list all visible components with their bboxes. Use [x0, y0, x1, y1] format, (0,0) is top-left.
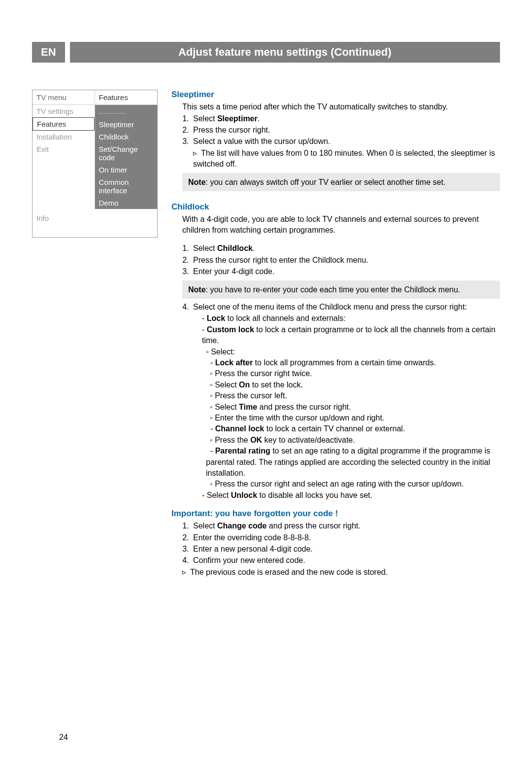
page-title: Adjust feature menu settings (Continued) [70, 42, 500, 63]
submenu-ontimer: On timer [95, 164, 158, 176]
tv-menu-diagram: TV menu Features TV settings Features In… [32, 90, 158, 238]
menu-header-right: Features [95, 90, 158, 105]
page-header: EN Adjust feature menu settings (Continu… [32, 42, 500, 63]
section-forgot-title: Important: you have forgotten your code … [171, 509, 500, 519]
submenu-common: Common interface [95, 176, 158, 197]
submenu-childlock: Childlock [95, 131, 158, 143]
childlock-note: Note: you have to re-enter your code eac… [182, 280, 500, 299]
sleeptimer-intro: This sets a time period after which the … [182, 102, 500, 112]
menu-item-installation: Installation [33, 131, 95, 143]
menu-dotted: ............ [95, 105, 158, 118]
childlock-intro: With a 4-digit code, you are able to loc… [182, 214, 500, 235]
menu-item-features: Features [33, 117, 95, 131]
menu-item-exit: Exit [33, 143, 95, 155]
forgot-steps: Select Change code and press the cursor … [191, 521, 500, 566]
page-number: 24 [59, 733, 68, 742]
submenu-sleeptimer: Sleeptimer [95, 118, 158, 131]
sleeptimer-note: Note: you can always switch off your TV … [182, 173, 500, 192]
section-sleeptimer-title: Sleeptimer [171, 90, 500, 100]
menu-header-left: TV menu [33, 90, 95, 105]
instructions: Sleeptimer This sets a time period after… [171, 90, 500, 578]
childlock-steps: Select Childlock. Press the cursor right… [191, 243, 500, 277]
menu-left-column: TV settings Features Installation Exit [33, 105, 95, 209]
submenu-demo: Demo [95, 197, 158, 209]
childlock-step4: Select one of the menu items of the Chil… [191, 302, 500, 313]
menu-right-column: ............ Sleeptimer Childlock Set/Ch… [95, 105, 158, 209]
submenu-setchange: Set/Change code [95, 143, 158, 164]
menu-info: Info [33, 209, 157, 237]
menu-item-tv-settings: TV settings [33, 105, 95, 117]
section-childlock-title: Childlock [171, 202, 500, 212]
sleeptimer-steps: Select Sleeptimer. Press the cursor righ… [191, 113, 500, 147]
language-tag: EN [32, 42, 65, 63]
